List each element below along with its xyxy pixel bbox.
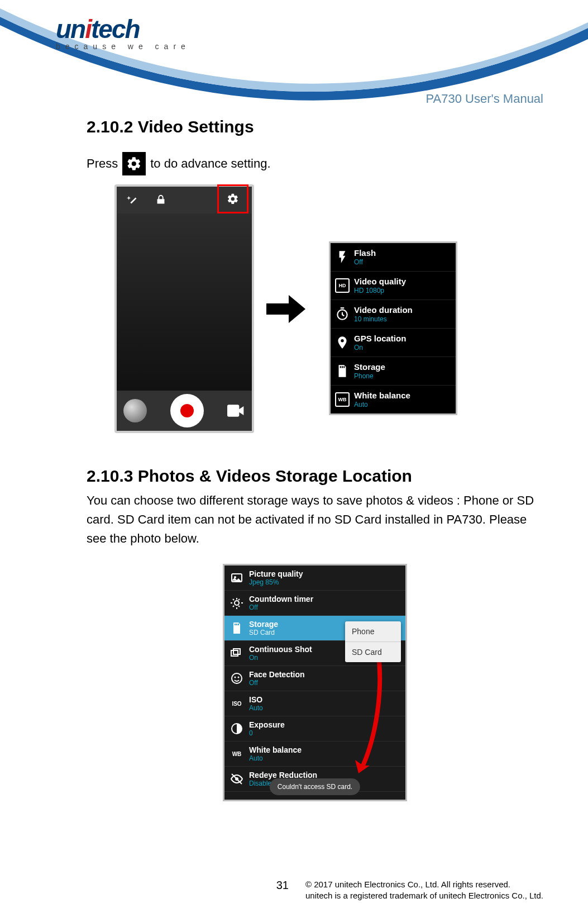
press-text-post: to do advance setting.: [150, 154, 270, 173]
gear-icon: [122, 152, 146, 175]
toast-message: Couldn't access SD card.: [270, 778, 360, 795]
brand-pre: un: [56, 15, 85, 44]
duration-icon: [335, 307, 350, 321]
brand-post: tech: [91, 15, 140, 44]
camera-switch-icon: [155, 194, 167, 206]
storage-icon: [335, 364, 350, 378]
setting-countdown: Countdown timerOff: [224, 591, 405, 616]
popup-option-phone: Phone: [345, 621, 401, 642]
press-text-pre: Press: [87, 154, 118, 173]
flash-icon: [335, 250, 350, 264]
svg-point-8: [238, 677, 240, 678]
storage-popup: Phone SD Card: [345, 621, 401, 662]
picture-quality-icon: [230, 571, 243, 584]
camera-preview: [117, 213, 252, 391]
page-number: 31: [276, 879, 289, 901]
section-2-10-2-heading: 2.10.2 Video Settings: [87, 117, 543, 136]
gps-icon: [335, 335, 350, 350]
section-2-10-3-body: You can choose two different storage way…: [87, 491, 543, 548]
video-mode-icon: [227, 405, 245, 417]
section-2-10-3-heading: 2.10.3 Photos & Videos Storage Location: [87, 467, 543, 486]
figure-row-video: FlashOff HD Video qualityHD 1080p Video …: [87, 184, 543, 433]
setting-gps: GPS locationOn: [331, 329, 456, 357]
camera-settings-screenshot: Picture qualityJpeg 85% Countdown timerO…: [223, 564, 407, 801]
svg-rect-5: [233, 649, 240, 654]
white-balance-icon: WB: [335, 392, 350, 407]
svg-rect-4: [231, 650, 238, 656]
copyright-line-1: © 2017 unitech Electronics Co., Ltd. All…: [305, 879, 543, 890]
copyright-line-2: unitech is a registered trademark of uni…: [305, 890, 543, 901]
continuous-icon: [230, 647, 243, 660]
record-button: [170, 394, 204, 427]
redeye-icon: [230, 772, 243, 786]
setting-video-quality: HD Video qualityHD 1080p: [331, 272, 456, 300]
video-quality-icon: HD: [335, 278, 350, 293]
gear-icon: [227, 193, 239, 205]
gear-highlight-box: [217, 184, 248, 213]
arrow-right-icon: [266, 295, 305, 323]
popup-option-sdcard: SD Card: [345, 642, 401, 662]
iso-icon: ISO: [230, 697, 243, 710]
red-arrow-annotation: [353, 648, 386, 777]
setting-white-balance: WB White balanceAuto: [331, 386, 456, 414]
white-balance-icon: WB: [230, 747, 243, 761]
exposure-icon: [230, 722, 243, 735]
svg-point-7: [235, 677, 236, 678]
countdown-icon: [230, 596, 243, 610]
camera-app-screenshot: [114, 184, 254, 433]
storage-icon: [230, 621, 243, 635]
svg-point-3: [235, 601, 239, 605]
setting-picture-quality: Picture qualityJpeg 85%: [224, 565, 405, 591]
face-icon: [230, 672, 243, 685]
setting-video-duration: Video duration10 minutes: [331, 300, 456, 329]
brand-logo: unitech because we care: [56, 14, 190, 51]
page-footer: 31 © 2017 unitech Electronics Co., Ltd. …: [0, 879, 543, 901]
wand-icon: [127, 194, 139, 206]
video-settings-panel: FlashOff HD Video qualityHD 1080p Video …: [329, 241, 457, 415]
setting-flash: FlashOff: [331, 243, 456, 272]
doc-title: PA730 User's Manual: [426, 92, 543, 106]
brand-tagline: because we care: [56, 42, 190, 51]
gallery-thumb: [123, 399, 147, 422]
setting-storage: StoragePhone: [331, 357, 456, 386]
svg-point-6: [232, 673, 242, 683]
brand-dot: i: [85, 15, 91, 44]
press-gear-sentence: Press to do advance setting.: [87, 152, 543, 175]
